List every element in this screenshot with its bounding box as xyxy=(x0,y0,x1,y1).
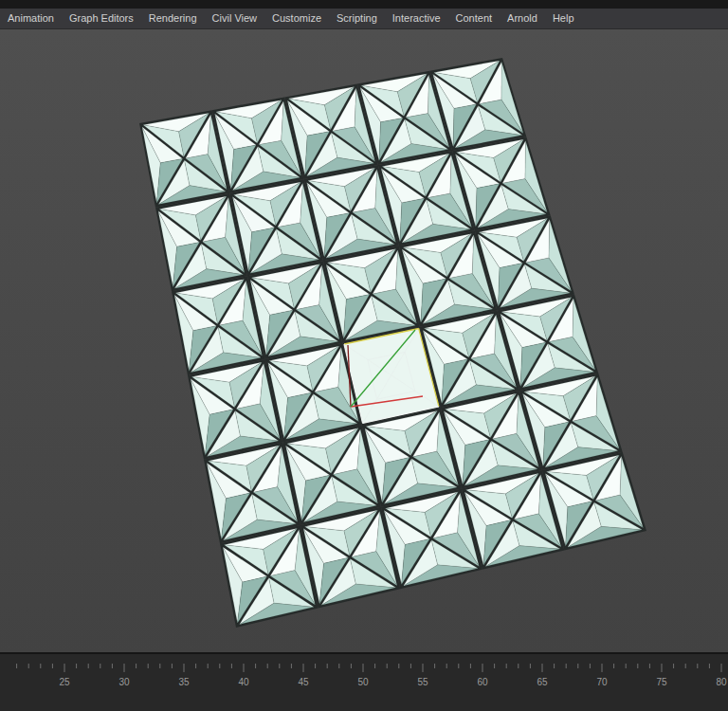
menu-item-arnold[interactable]: Arnold xyxy=(500,9,545,28)
menu-item-civil-view[interactable]: Civil View xyxy=(205,9,264,28)
timeline-label: 50 xyxy=(357,677,369,687)
timeline-label: 60 xyxy=(477,677,488,687)
menu-item-animation[interactable]: Animation xyxy=(0,9,62,28)
timeline-label: 35 xyxy=(178,677,190,687)
menu-bar: AnimationGraph EditorsRenderingCivil Vie… xyxy=(0,9,728,29)
timeline[interactable]: 253035404550556065707580 xyxy=(0,652,728,711)
menu-item-graph-editors[interactable]: Graph Editors xyxy=(62,9,141,28)
timeline-label: 75 xyxy=(656,677,667,687)
menu-item-content[interactable]: Content xyxy=(448,9,500,28)
timeline-label: 40 xyxy=(238,677,249,687)
app-window: AnimationGraph EditorsRenderingCivil Vie… xyxy=(0,0,728,711)
timeline-svg: 253035404550556065707580 xyxy=(0,654,728,711)
timeline-label: 55 xyxy=(417,677,428,687)
timeline-label: 65 xyxy=(537,677,548,687)
timeline-label: 70 xyxy=(596,677,608,687)
timeline-label: 25 xyxy=(59,677,70,687)
mesh-svg xyxy=(0,29,728,652)
menu-item-rendering[interactable]: Rendering xyxy=(141,9,205,28)
menu-item-customize[interactable]: Customize xyxy=(264,9,329,28)
menu-item-help[interactable]: Help xyxy=(545,9,582,28)
timeline-label: 30 xyxy=(118,677,130,687)
titlebar-strip xyxy=(0,0,728,9)
timeline-label: 80 xyxy=(716,677,727,687)
menu-item-scripting[interactable]: Scripting xyxy=(329,9,385,28)
menu-item-interactive[interactable]: Interactive xyxy=(385,9,448,28)
viewport[interactable] xyxy=(0,29,728,652)
timeline-label: 45 xyxy=(298,677,309,687)
